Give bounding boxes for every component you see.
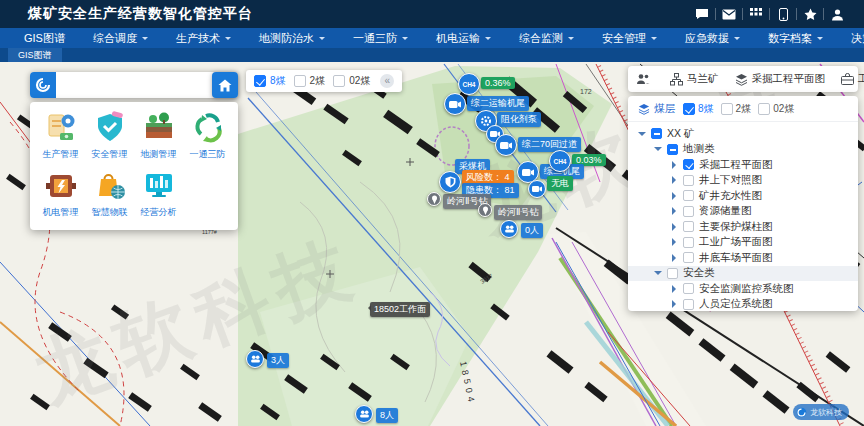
tools-button[interactable]: 工具 <box>833 72 864 86</box>
camera-icon[interactable] <box>444 93 466 115</box>
borehole-pin-label[interactable]: 岭河Ⅱ号钻 <box>494 205 542 220</box>
app-logo-button[interactable] <box>30 72 56 98</box>
tree-item-safety-group[interactable]: 安全类 <box>628 266 858 282</box>
nav-item-ventilation[interactable]: 一通三防 <box>339 28 422 48</box>
tree-item-resource-map[interactable]: 资源储量图 <box>628 204 858 220</box>
app-geology[interactable]: 地测管理 <box>134 109 183 165</box>
tree-item-personnel-map[interactable]: 人员定位系统图 <box>628 297 858 312</box>
machine-icon <box>42 167 80 205</box>
tree-checkbox[interactable] <box>651 128 662 139</box>
tree-item-geology-group[interactable]: 地测类 <box>628 142 858 158</box>
app-mechatronics[interactable]: 机电管理 <box>36 167 85 223</box>
mobile-icon[interactable] <box>770 6 796 22</box>
personnel-icon[interactable] <box>355 405 373 423</box>
tree-item-mine[interactable]: XX 矿 <box>628 126 858 142</box>
caret-right-icon[interactable] <box>670 205 680 217</box>
personnel-icon[interactable] <box>246 350 264 368</box>
camera-label[interactable]: 综二70回过道 <box>518 137 581 152</box>
tree-checkbox[interactable] <box>683 299 694 310</box>
caret-right-icon[interactable] <box>670 159 680 171</box>
plan-selector[interactable]: 采掘工程平面图 <box>727 72 834 86</box>
gis-map[interactable]: 172 572 18504 3017 18-210 1177# 龙软科技 龙软科… <box>0 62 864 426</box>
tree-item-pillar-map[interactable]: 主要保护煤柱图 <box>628 219 858 235</box>
tree-checkbox[interactable] <box>683 252 694 263</box>
risk-shield-icon[interactable] <box>439 171 461 193</box>
collapse-icon[interactable]: « <box>380 74 394 88</box>
personnel-count-badge[interactable]: 8人 <box>376 408 398 423</box>
nav-item-production[interactable]: 生产技术 <box>162 28 245 48</box>
tree-item-monitoring-map[interactable]: 安全监测监控系统图 <box>628 281 858 297</box>
ch4-sensor-icon[interactable]: CH4 <box>549 150 571 172</box>
home-button[interactable] <box>212 72 238 98</box>
mail-icon[interactable] <box>716 6 742 22</box>
nav-item-geology[interactable]: 地测防治水 <box>245 28 339 48</box>
tree-checkbox[interactable] <box>683 237 694 248</box>
tree-checkbox[interactable] <box>667 268 678 279</box>
workface-label[interactable]: 18502工作面 <box>370 302 430 317</box>
tree-item-shaft-yard-map[interactable]: 井底车场平面图 <box>628 250 858 266</box>
caret-right-icon[interactable] <box>670 252 680 264</box>
caret-right-icon[interactable] <box>670 236 680 248</box>
nav-item-rescue[interactable]: 应急救援 <box>671 28 754 48</box>
app-production[interactable]: 生产管理 <box>36 109 85 165</box>
tree-checkbox[interactable] <box>683 221 694 232</box>
mine-selector[interactable]: 马兰矿 <box>662 72 727 86</box>
pin-icon[interactable] <box>478 203 492 217</box>
tree-checkbox[interactable] <box>683 283 694 294</box>
caret-down-icon[interactable] <box>654 267 664 279</box>
tree-checkbox[interactable] <box>683 190 694 201</box>
camera-icon[interactable] <box>528 180 546 198</box>
app-safety[interactable]: 安全管理 <box>85 109 134 165</box>
no-power-badge[interactable]: 无电 <box>547 176 573 191</box>
seam-02-checkbox[interactable] <box>333 75 345 87</box>
nav-item-gis[interactable]: GIS图谱 <box>10 28 79 48</box>
app-iot[interactable]: 智慧物联 <box>85 167 134 223</box>
camera-icon[interactable] <box>495 134 517 156</box>
tree-item-water-map[interactable]: 矿井充水性图 <box>628 188 858 204</box>
caret-right-icon[interactable] <box>670 298 680 310</box>
caret-right-icon[interactable] <box>670 190 680 202</box>
nav-item-mechatronics[interactable]: 机电运输 <box>422 28 505 48</box>
tab-gis[interactable]: GIS图谱 <box>8 48 62 62</box>
pin-icon[interactable] <box>427 192 441 206</box>
tree-checkbox[interactable] <box>683 159 694 170</box>
user-icon[interactable] <box>824 6 850 22</box>
ch4-value-badge[interactable]: 0.36% <box>481 77 515 89</box>
panel-seam-02-checkbox[interactable] <box>758 103 770 115</box>
tree-item-mining-plan[interactable]: 采掘工程平面图 <box>628 157 858 173</box>
panel-seam-02-label: 02煤 <box>773 102 794 116</box>
nav-item-decision[interactable]: 决策支持 <box>837 28 864 48</box>
caret-down-icon[interactable] <box>638 128 648 140</box>
panel-seam-2-checkbox[interactable] <box>721 103 733 115</box>
seam-2-checkbox[interactable] <box>294 75 306 87</box>
team-tool-button[interactable] <box>628 73 662 85</box>
pump-label[interactable]: 阻化剂泵 <box>497 112 541 127</box>
apps-grid-icon[interactable] <box>743 6 769 22</box>
personnel-count-badge[interactable]: 3人 <box>267 353 289 368</box>
tree-item-industrial-map[interactable]: 工业广场平面图 <box>628 235 858 251</box>
caret-right-icon[interactable] <box>670 174 680 186</box>
tree-checkbox[interactable] <box>683 206 694 217</box>
message-icon[interactable] <box>689 6 715 22</box>
ch4-sensor-icon[interactable]: CH4 <box>458 73 480 95</box>
personnel-icon[interactable] <box>500 220 518 238</box>
app-analysis[interactable]: 经营分析 <box>134 167 183 223</box>
nav-item-dispatch[interactable]: 综合调度 <box>79 28 162 48</box>
personnel-count-badge[interactable]: 0人 <box>521 223 543 238</box>
caret-down-icon[interactable] <box>654 143 664 155</box>
star-icon[interactable] <box>797 6 823 22</box>
tree-item-contrast-map[interactable]: 井上下对照图 <box>628 173 858 189</box>
search-input[interactable] <box>56 75 219 95</box>
camera-label[interactable]: 综二运输机尾 <box>467 96 529 111</box>
tree-checkbox[interactable] <box>667 144 678 155</box>
seam-8-checkbox[interactable] <box>254 75 266 87</box>
caret-right-icon[interactable] <box>670 221 680 233</box>
app-ventilation[interactable]: 一通三防 <box>183 109 232 165</box>
nav-item-safety[interactable]: 安全管理 <box>588 28 671 48</box>
caret-right-icon[interactable] <box>670 283 680 295</box>
analysis-chart-icon <box>140 167 178 205</box>
nav-item-monitoring[interactable]: 综合监测 <box>505 28 588 48</box>
nav-item-archive[interactable]: 数字档案 <box>754 28 837 48</box>
panel-seam-8-checkbox[interactable] <box>683 103 695 115</box>
tree-checkbox[interactable] <box>683 175 694 186</box>
